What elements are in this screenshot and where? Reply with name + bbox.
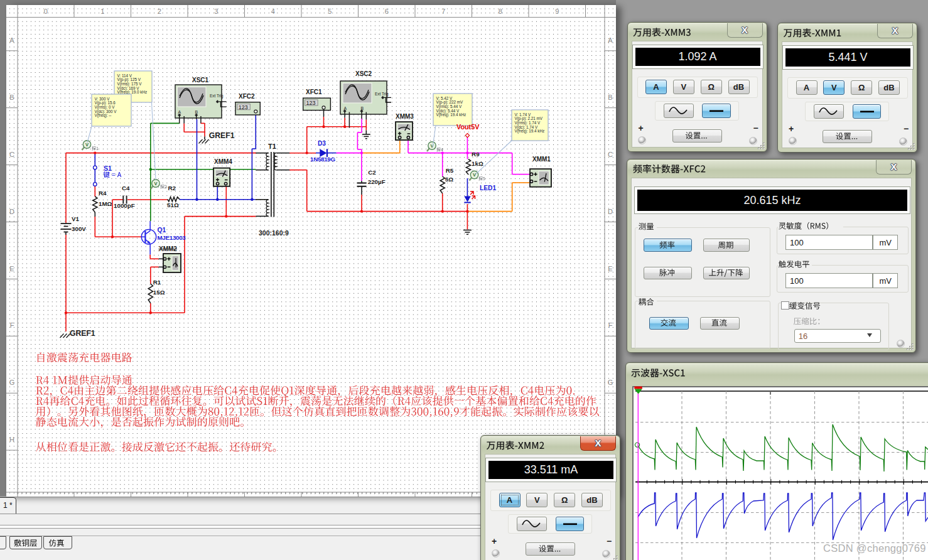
svg-text:1: 1: [100, 8, 104, 15]
svg-text:XSC2: XSC2: [355, 70, 372, 77]
svg-text:B: B: [361, 106, 364, 110]
svg-text:G: G: [9, 379, 15, 386]
svg-text:V(freq): --: V(freq): --: [95, 113, 112, 118]
svg-text:1000pF: 1000pF: [114, 202, 135, 209]
svg-text:5: 5: [328, 8, 332, 15]
svg-text:XMM1: XMM1: [532, 156, 551, 163]
svg-text:8: 8: [499, 8, 502, 15]
svg-text:R5: R5: [446, 167, 454, 174]
svg-text:C4: C4: [122, 185, 130, 191]
svg-text:V(freq): 19.4 kHz: V(freq): 19.4 kHz: [515, 129, 545, 134]
svg-text:V(freq): 19.4 kHz: V(freq): 19.4 kHz: [436, 112, 467, 117]
svg-text:XFC1: XFC1: [306, 89, 322, 95]
svg-text:B: B: [9, 94, 14, 101]
svg-text:0: 0: [44, 8, 48, 15]
svg-text:2: 2: [158, 8, 161, 15]
svg-text:R1: R1: [153, 279, 161, 286]
svg-text:S1: S1: [104, 164, 112, 172]
svg-text:B: B: [195, 110, 198, 114]
svg-text:Q1: Q1: [158, 227, 166, 234]
svg-text:G: G: [608, 379, 613, 386]
svg-text:1MΩ: 1MΩ: [99, 200, 112, 207]
svg-text:Ext Trig: Ext Trig: [375, 92, 389, 97]
svg-text:MJE13003: MJE13003: [158, 234, 186, 241]
svg-text:123: 123: [306, 100, 316, 106]
svg-text:15Ω: 15Ω: [153, 289, 165, 296]
svg-text:E: E: [9, 265, 14, 272]
svg-text:T1: T1: [268, 143, 276, 150]
svg-text:XMM3: XMM3: [396, 113, 414, 120]
svg-text:4: 4: [271, 8, 275, 15]
svg-text:E: E: [608, 265, 612, 272]
svg-text:5Ω: 5Ω: [445, 176, 453, 183]
svg-text:V1: V1: [72, 215, 80, 222]
svg-text:3: 3: [214, 8, 218, 15]
svg-text:V: V: [473, 172, 476, 178]
svg-text:D: D: [608, 208, 613, 215]
svg-text:A: A: [9, 36, 14, 44]
svg-text:XSC1: XSC1: [192, 77, 209, 83]
svg-text:A: A: [344, 106, 347, 110]
svg-text:R2: R2: [168, 185, 176, 191]
svg-text:GREF1: GREF1: [70, 329, 95, 338]
svg-text:220µF: 220µF: [368, 178, 386, 185]
svg-text:C2: C2: [368, 169, 376, 176]
svg-text:A: A: [608, 36, 613, 44]
svg-text:XMM4: XMM4: [214, 158, 232, 165]
svg-text:300:160:9: 300:160:9: [259, 229, 289, 237]
svg-text:6: 6: [385, 8, 389, 15]
svg-text:C: C: [608, 151, 613, 158]
svg-text:300V: 300V: [72, 225, 86, 232]
svg-text:1N5819G: 1N5819G: [310, 156, 336, 163]
svg-text:B: B: [608, 94, 612, 101]
svg-text:9: 9: [555, 8, 559, 15]
svg-text:R4: R4: [99, 190, 107, 197]
svg-text:LED1: LED1: [480, 185, 496, 191]
svg-text:51Ω: 51Ω: [167, 202, 179, 208]
svg-text:7: 7: [441, 8, 445, 15]
svg-text:R9: R9: [472, 151, 480, 158]
svg-text:A: A: [178, 110, 181, 114]
svg-text:1kΩ: 1kΩ: [472, 160, 483, 167]
svg-text:GREF1: GREF1: [209, 131, 235, 140]
svg-text:Vout5V: Vout5V: [456, 123, 480, 131]
svg-text:F: F: [608, 321, 613, 329]
svg-text:Ext Trig: Ext Trig: [210, 94, 224, 99]
svg-text:D: D: [9, 208, 14, 215]
svg-text:XFC2: XFC2: [239, 93, 255, 100]
svg-text:C: C: [9, 151, 14, 158]
svg-text:D3: D3: [318, 140, 326, 147]
svg-text:123: 123: [239, 104, 248, 110]
svg-text:F: F: [10, 321, 14, 329]
svg-text:V: V: [154, 181, 157, 186]
svg-text:H: H: [9, 436, 14, 443]
svg-text:V: V: [85, 142, 89, 148]
